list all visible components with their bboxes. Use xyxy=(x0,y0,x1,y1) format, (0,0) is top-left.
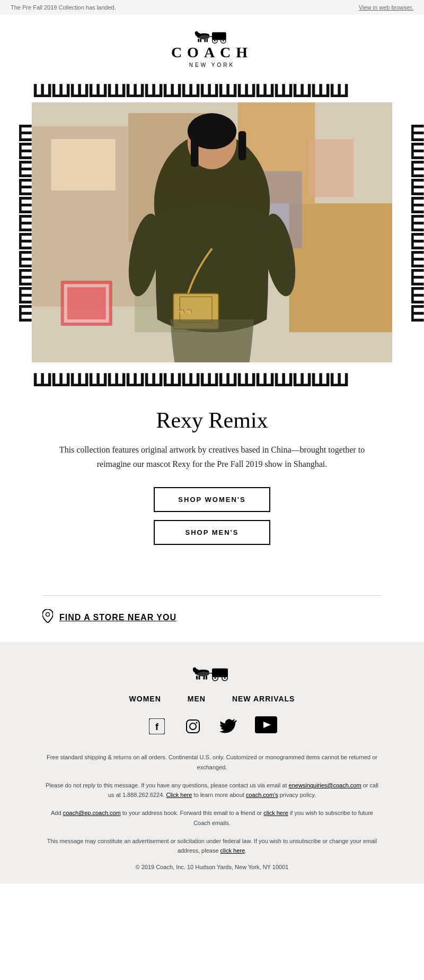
svg-rect-34 xyxy=(238,131,246,160)
svg-point-3 xyxy=(214,40,216,42)
footer-carriage-icon xyxy=(188,661,236,682)
svg-rect-0 xyxy=(212,32,226,40)
coach-logo[interactable]: COACH NEW YORK xyxy=(171,25,253,68)
contact-text-3: to learn more about xyxy=(192,792,246,798)
click-here-privacy-link[interactable]: Click here xyxy=(166,792,192,798)
contact-text-4: privacy policy. xyxy=(278,792,316,798)
coach-carriage-icon xyxy=(191,25,233,44)
collection-title: Rexy Remix xyxy=(42,407,382,433)
svg-point-46 xyxy=(224,678,226,679)
social-icons-bar: f xyxy=(42,716,382,736)
graffiti-top-border: ꟺꟺꟺꟺꟺꟺꟺꟺꟺꟺꟺꟺꟺꟺꟺꟺꟺ xyxy=(0,73,424,102)
graffiti-left-svg: ꟺꟺꟺꟺꟺꟺꟺꟺꟺꟺꟺ xyxy=(0,118,32,346)
coach-subtitle: NEW YORK xyxy=(189,62,235,68)
contact-email-link[interactable]: enewsinquiries@coach.com xyxy=(289,782,361,788)
shipping-text: Free standard shipping & returns on all … xyxy=(42,752,382,772)
announcement-text: The Pre Fall 2019 Collection has landed. xyxy=(11,4,116,11)
address-email-link[interactable]: coach@ep.coach.com xyxy=(63,810,121,816)
header: COACH NEW YORK xyxy=(0,15,424,73)
svg-rect-9 xyxy=(200,39,201,42)
svg-rect-20 xyxy=(51,139,115,190)
svg-rect-52 xyxy=(196,676,198,680)
svg-text:f: f xyxy=(155,722,159,732)
svg-rect-33 xyxy=(191,131,199,167)
instagram-icon[interactable] xyxy=(183,716,203,736)
svg-rect-29 xyxy=(308,139,354,197)
svg-rect-51 xyxy=(199,676,200,680)
click-here-subscribe-link[interactable]: click here xyxy=(263,810,288,816)
svg-point-59 xyxy=(190,723,196,730)
svg-rect-26 xyxy=(67,287,106,319)
svg-rect-42 xyxy=(212,669,228,678)
footer-logo[interactable] xyxy=(42,661,382,684)
svg-rect-23 xyxy=(289,203,392,332)
svg-text:ꟺꟺꟺꟺꟺꟺꟺꟺꟺꟺꟺꟺꟺꟺꟺꟺꟺ: ꟺꟺꟺꟺꟺꟺꟺꟺꟺꟺꟺꟺꟺꟺꟺꟺꟺ xyxy=(32,366,348,391)
footer: WOMEN MEN NEW ARRIVALS f xyxy=(0,642,424,883)
collection-description: This collection features original artwor… xyxy=(42,443,382,471)
footer-nav-new-arrivals[interactable]: NEW ARRIVALS xyxy=(232,695,295,703)
svg-point-60 xyxy=(196,722,198,724)
svg-point-45 xyxy=(215,678,216,679)
footer-nav-men[interactable]: MEN xyxy=(188,695,206,703)
shop-womens-button[interactable]: SHOP WOMEN'S xyxy=(154,487,270,512)
youtube-icon[interactable] xyxy=(255,716,277,733)
svg-rect-49 xyxy=(206,676,207,680)
graffiti-right-svg: ꟺꟺꟺꟺꟺꟺꟺꟺꟺꟺꟺ xyxy=(392,118,424,346)
location-pin-svg xyxy=(42,609,53,623)
graffiti-right-border: ꟺꟺꟺꟺꟺꟺꟺꟺꟺꟺꟺ xyxy=(392,102,424,362)
hero-frame: ꟺꟺꟺꟺꟺꟺꟺꟺꟺꟺꟺꟺꟺꟺꟺꟺꟺ ꟺꟺꟺꟺꟺꟺꟺꟺꟺꟺꟺꟺꟺꟺꟺꟺꟺ ꟺꟺꟺꟺ… xyxy=(0,73,424,392)
address-text: Add coach@ep.coach.com to your address b… xyxy=(42,808,382,828)
legal-text: This message may constitute an advertise… xyxy=(42,836,382,856)
shop-mens-button[interactable]: SHOP MEN'S xyxy=(154,520,270,545)
find-store-section[interactable]: FIND A STORE NEAR YOU xyxy=(0,609,424,642)
svg-point-41 xyxy=(46,613,50,617)
graffiti-bottom-svg: ꟺꟺꟺꟺꟺꟺꟺꟺꟺꟺꟺꟺꟺꟺꟺꟺꟺ xyxy=(32,362,392,392)
legal-prefix: This message may constitute an advertise… xyxy=(47,838,377,854)
graffiti-left-border: ꟺꟺꟺꟺꟺꟺꟺꟺꟺꟺꟺ xyxy=(0,102,32,362)
svg-text:🐴 🐴: 🐴 🐴 xyxy=(179,308,193,315)
click-here-unsubscribe-link[interactable]: click here xyxy=(220,847,245,854)
legal-end: . xyxy=(245,847,246,854)
section-divider xyxy=(42,595,382,596)
hero-image: 🐴 🐴 xyxy=(32,102,392,362)
footer-nav: WOMEN MEN NEW ARRIVALS xyxy=(42,695,382,703)
graffiti-bottom-border: ꟺꟺꟺꟺꟺꟺꟺꟺꟺꟺꟺꟺꟺꟺꟺꟺꟺ xyxy=(0,362,424,392)
address-prefix: Add xyxy=(51,810,63,816)
svg-point-4 xyxy=(223,40,224,42)
svg-rect-7 xyxy=(206,39,208,42)
graffiti-top-svg: ꟺꟺꟺꟺꟺꟺꟺꟺꟺꟺꟺꟺꟺꟺꟺꟺꟺ xyxy=(32,73,392,102)
view-in-browser-link[interactable]: View in web browser. xyxy=(359,4,413,11)
find-store-link[interactable]: FIND A STORE NEAR YOU xyxy=(59,613,176,622)
shipping-text-content: Free standard shipping & returns on all … xyxy=(47,754,377,770)
footer-nav-women[interactable]: WOMEN xyxy=(129,695,161,703)
svg-text:ꟺꟺꟺꟺꟺꟺꟺꟺꟺꟺꟺ: ꟺꟺꟺꟺꟺꟺꟺꟺꟺꟺꟺ xyxy=(15,124,32,323)
svg-text:ꟺꟺꟺꟺꟺꟺꟺꟺꟺꟺꟺꟺꟺꟺꟺꟺꟺ: ꟺꟺꟺꟺꟺꟺꟺꟺꟺꟺꟺꟺꟺꟺꟺꟺꟺ xyxy=(32,77,348,102)
contact-prefix: Please do not reply to this message. If … xyxy=(46,782,289,788)
facebook-icon[interactable]: f xyxy=(147,716,167,736)
contact-text: Please do not reply to this message. If … xyxy=(42,780,382,800)
address-mid: to your address book. Forward this email… xyxy=(121,810,264,816)
hero-background-svg: 🐴 🐴 xyxy=(32,102,392,362)
svg-rect-10 xyxy=(198,39,199,42)
coach-com-link[interactable]: coach.com's xyxy=(246,792,278,798)
coach-wordmark: COACH xyxy=(171,44,253,61)
top-bar: The Pre Fall 2019 Collection has landed.… xyxy=(0,0,424,15)
twitter-icon[interactable] xyxy=(219,716,239,736)
pin-icon xyxy=(42,609,53,626)
svg-rect-58 xyxy=(187,720,199,733)
content-area: Rexy Remix This collection features orig… xyxy=(0,392,424,558)
copyright-text: © 2019 Coach, Inc. 10 Hudson Yards, New … xyxy=(42,864,382,870)
svg-text:ꟺꟺꟺꟺꟺꟺꟺꟺꟺꟺꟺ: ꟺꟺꟺꟺꟺꟺꟺꟺꟺꟺꟺ xyxy=(407,124,424,323)
